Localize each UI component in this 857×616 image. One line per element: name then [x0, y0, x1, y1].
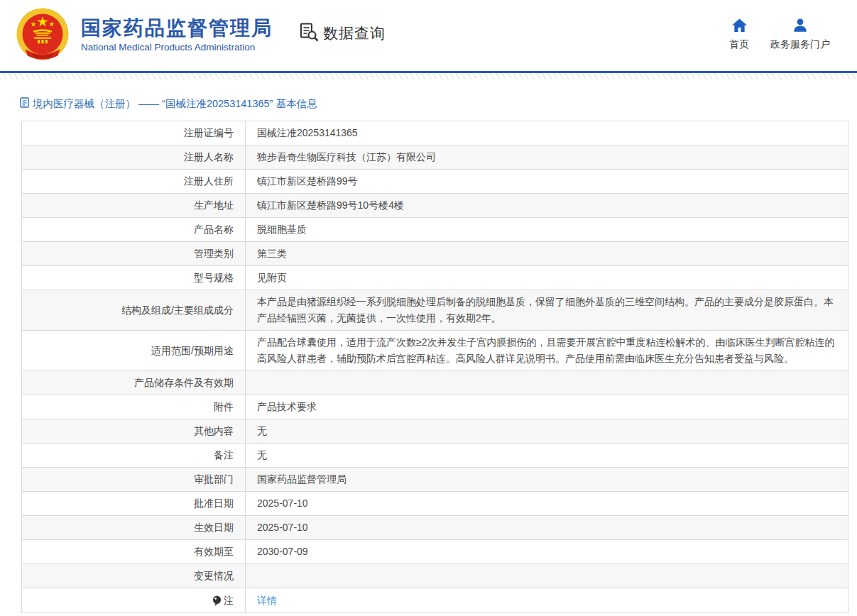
table-row: 注册人名称独步吾奇生物医疗科技（江苏）有限公司: [22, 145, 848, 170]
org-name-en: National Medical Products Administration: [81, 40, 273, 55]
row-label: 结构及组成/主要组成成分: [22, 290, 246, 330]
page-icon: [20, 97, 29, 111]
row-label: 注册证编号: [22, 121, 246, 145]
row-label: 生效日期: [22, 516, 246, 539]
row-label-text: 注册人住所: [184, 173, 234, 189]
nav-item-portal-label: 政务服务门户: [770, 38, 830, 51]
row-label: 产品储存条件及有效期: [22, 371, 246, 395]
row-label: 注册人名称: [22, 145, 246, 169]
row-value: [246, 371, 848, 395]
table-row: 注册证编号国械注准20253141365: [22, 121, 848, 145]
row-value: 2030-07-09: [246, 540, 848, 563]
row-value: 独步吾奇生物医疗科技（江苏）有限公司: [246, 145, 848, 169]
row-label: 其他内容: [22, 419, 246, 443]
row-label-text: 批准日期: [194, 495, 234, 512]
home-icon: [731, 18, 748, 35]
row-label: 注: [22, 588, 246, 612]
data-query-title: 数据查询: [300, 22, 386, 45]
table-row: 结构及组成/主要组成成分本产品是由猪源组织经一系列脱细胞处理后制备的脱细胞基质，…: [22, 290, 848, 331]
row-label-text: 生产地址: [194, 197, 234, 214]
table-row: 变更情况: [22, 564, 848, 588]
row-label: 生产地址: [22, 194, 246, 217]
row-value: 镇江市新区楚桥路99号: [246, 170, 848, 193]
table-row: 附件产品技术要求: [22, 395, 848, 419]
row-value: 无: [246, 444, 848, 467]
org-name-cn: 国家药品监督管理局: [81, 16, 273, 40]
table-row: 批准日期2025-07-10: [22, 492, 848, 516]
row-label-text: 变更情况: [194, 568, 234, 584]
row-label: 批准日期: [22, 492, 246, 515]
table-row: 型号规格见附页: [22, 266, 848, 290]
row-value: 第三类: [246, 242, 848, 265]
table-row: 有效期至2030-07-09: [22, 540, 848, 564]
breadcrumb-text: 境内医疗器械（注册） —— “国械注准20253141365” 基本信息: [33, 97, 317, 111]
row-value-text: 本产品是由猪源组织经一系列脱细胞处理后制备的脱细胞基质，保留了细胞外基质的三维空…: [257, 294, 836, 326]
row-value-text: 无: [257, 447, 267, 463]
table-row: 其他内容无: [22, 419, 848, 444]
row-label-text: 注册证编号: [184, 125, 234, 141]
row-value: 2025-07-10: [246, 492, 848, 515]
table-row: 管理类别第三类: [22, 242, 848, 266]
row-label-text: 产品名称: [194, 221, 234, 238]
row-value-text: 国械注准20253141365: [257, 125, 358, 141]
table-row: 备注无: [22, 444, 848, 468]
row-value: 无: [246, 419, 848, 443]
row-value-text: 2025-07-10: [257, 495, 308, 512]
row-value-text: 2030-07-09: [257, 544, 308, 560]
table-row: 产品名称脱细胞基质: [22, 218, 848, 242]
row-value: 本产品是由猪源组织经一系列脱细胞处理后制备的脱细胞基质，保留了细胞外基质的三维空…: [246, 290, 848, 330]
row-value-text: 独步吾奇生物医疗科技（江苏）有限公司: [257, 149, 436, 165]
table-row: 生产地址镇江市新区楚桥路99号10号楼4楼: [22, 194, 848, 218]
header-nav: 首页 政务服务门户: [729, 18, 836, 51]
row-label-text: 结构及组成/主要组成成分: [121, 302, 234, 319]
breadcrumb: 境内医疗器械（注册） —— “国械注准20253141365” 基本信息: [20, 97, 857, 111]
row-value: 脱细胞基质: [246, 218, 848, 241]
nav-item-home[interactable]: 首页: [729, 18, 749, 51]
row-value: 国家药品监督管理局: [246, 468, 848, 491]
row-value: [246, 564, 848, 588]
table-row: 产品储存条件及有效期: [22, 371, 848, 395]
document-search-icon: [300, 22, 319, 45]
table-row: 生效日期2025-07-10: [22, 516, 848, 540]
row-value-text: 镇江市新区楚桥路99号: [257, 173, 358, 189]
table-row: 适用范围/预期用途产品配合球囊使用，适用于流产次数≥2次并发生子宫内膜损伤的，且…: [22, 331, 848, 371]
row-label: 附件: [22, 395, 246, 419]
row-label-text: 审批部门: [194, 471, 234, 488]
row-value-text: 2025-07-10: [257, 519, 308, 536]
row-value-text: 产品配合球囊使用，适用于流产次数≥2次并发生子宫内膜损伤的，且需要开展宫腔中重度…: [257, 334, 836, 367]
detail-link[interactable]: 详情: [257, 593, 277, 609]
row-label-text: 注册人名称: [184, 149, 234, 165]
row-value-text: 产品技术要求: [257, 399, 317, 415]
row-label: 备注: [22, 444, 246, 467]
row-value: 镇江市新区楚桥路99号10号楼4楼: [246, 194, 848, 217]
row-label: 有效期至: [22, 540, 246, 563]
data-query-label: 数据查询: [323, 23, 386, 43]
row-label-text: 备注: [214, 447, 234, 463]
row-label-text: 型号规格: [194, 270, 234, 286]
row-label: 管理类别: [22, 242, 246, 265]
row-label-text: 适用范围/预期用途: [151, 343, 234, 359]
table-row: 注册人住所镇江市新区楚桥路99号: [22, 170, 848, 194]
nav-item-home-label: 首页: [729, 38, 749, 51]
row-label-text: 产品储存条件及有效期: [134, 375, 234, 391]
row-value-text: 脱细胞基质: [257, 221, 307, 238]
row-value-text: 见附页: [257, 270, 287, 286]
row-label: 注册人住所: [22, 170, 246, 193]
row-label: 产品名称: [22, 218, 246, 241]
row-value-text: 镇江市新区楚桥路99号10号楼4楼: [257, 197, 404, 214]
row-label-text: 附件: [214, 399, 234, 415]
row-label-text: 有效期至: [194, 544, 234, 560]
row-label-text: 其他内容: [194, 423, 234, 439]
row-label: 型号规格: [22, 266, 246, 290]
row-value: 见附页: [246, 266, 848, 290]
row-label-text: 生效日期: [194, 519, 234, 536]
row-label: 适用范围/预期用途: [22, 331, 246, 370]
nmpa-logo-link[interactable]: 国家药品监督管理局 National Medical Products Admi…: [16, 7, 273, 64]
row-value-text: 第三类: [257, 246, 287, 262]
row-label: 审批部门: [22, 468, 246, 491]
note-balloon-icon: [212, 595, 222, 607]
row-value: 国械注准20253141365: [246, 121, 848, 145]
row-value: 产品配合球囊使用，适用于流产次数≥2次并发生子宫内膜损伤的，且需要开展宫腔中重度…: [246, 331, 848, 370]
nav-item-portal[interactable]: 政务服务门户: [770, 18, 830, 51]
row-label: 变更情况: [22, 564, 246, 588]
